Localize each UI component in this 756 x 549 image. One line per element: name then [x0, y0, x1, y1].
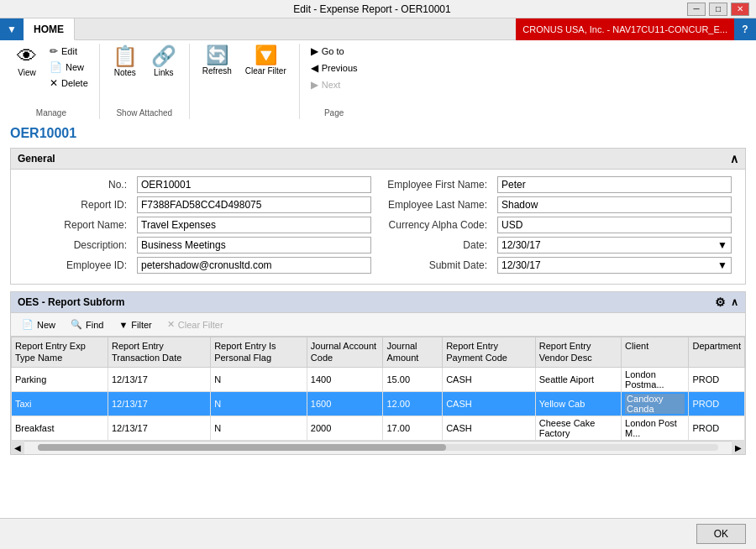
- first-name-label: Employee First Name:: [385, 179, 494, 191]
- subform-toolbar: 📄 New 🔍 Find ▼ Filter ✕ Clear Filter: [11, 313, 745, 337]
- col-vendor-desc: Report Entry Vendor Desc: [535, 337, 621, 368]
- subform-filter-icon: ▼: [118, 320, 128, 330]
- report-id-input[interactable]: [137, 196, 371, 213]
- employee-id-label: Employee ID:: [24, 259, 134, 271]
- actions-items: 🔄 Refresh 🔽 Clear Filter: [197, 44, 292, 90]
- window-title: Edit - Expense Report - OER10001: [57, 3, 687, 15]
- links-icon: 🔗: [151, 46, 176, 66]
- subform-header: OES - Report Subform ⚙ ∧: [11, 292, 745, 313]
- goto-button[interactable]: ▶ Go to: [307, 44, 362, 59]
- last-name-row: Employee Last Name:: [385, 196, 732, 213]
- general-section-body: No.: Report ID: Report Name: Description…: [11, 170, 745, 284]
- page-group-label: Page: [324, 108, 344, 118]
- manage-small-stack: ✏ Edit 📄 New ✕ Delete: [45, 44, 92, 102]
- subform-clear-filter-icon: ✕: [167, 319, 175, 330]
- general-section: General ∧ No.: Report ID:: [10, 148, 746, 285]
- currency-row: Currency Alpha Code:: [385, 217, 732, 233]
- app-menu-button[interactable]: ▼: [0, 18, 24, 40]
- help-button[interactable]: ?: [734, 18, 756, 40]
- date-select[interactable]: 12/30/17 ▼: [497, 237, 732, 254]
- scroll-left-button[interactable]: ◀: [11, 441, 24, 454]
- minimize-button[interactable]: ─: [687, 3, 706, 16]
- first-name-input[interactable]: [497, 176, 732, 193]
- horizontal-scrollbar[interactable]: ◀ ▶: [11, 441, 745, 454]
- currency-input[interactable]: [497, 217, 732, 233]
- tab-home[interactable]: HOME: [24, 18, 75, 40]
- subform-filter-button[interactable]: ▼ Filter: [114, 317, 155, 332]
- table-row[interactable]: Taxi12/13/17N160012.00CASHYellow CabCand…: [12, 391, 745, 416]
- submit-date-label: Submit Date:: [385, 259, 494, 271]
- view-icon: 👁: [17, 46, 37, 66]
- subform-new-icon: 📄: [22, 319, 34, 330]
- form-col-right: Employee First Name: Employee Last Name:…: [378, 176, 738, 277]
- submit-date-dropdown-icon: ▼: [717, 259, 727, 271]
- subform-table-head: Report Entry Exp Type Name Report Entry …: [12, 337, 745, 368]
- subform-header-row: Report Entry Exp Type Name Report Entry …: [12, 337, 745, 368]
- clear-filter-button[interactable]: 🔽 Clear Filter: [239, 44, 292, 78]
- description-input[interactable]: [137, 237, 371, 254]
- edit-button[interactable]: ✏ Edit: [45, 44, 92, 59]
- no-row: No.:: [24, 176, 371, 193]
- subform-clear-filter-button[interactable]: ✕ Clear Filter: [163, 316, 228, 332]
- subform-header-controls: ⚙ ∧: [715, 295, 738, 309]
- notes-button[interactable]: 📋 Notes: [107, 44, 144, 80]
- subform-new-button[interactable]: 📄 New: [18, 316, 60, 332]
- subform-find-button[interactable]: 🔍 Find: [66, 316, 108, 332]
- ribbon-content: 👁 View ✏ Edit 📄 New ✕ Delete Manage: [0, 40, 756, 119]
- notes-icon: 📋: [113, 46, 138, 66]
- ribbon-group-page: ▶ Go to ◀ Previous ▶ Next Page: [300, 44, 369, 119]
- no-input[interactable]: [137, 176, 371, 193]
- maximize-button[interactable]: □: [709, 3, 727, 16]
- main-content: OER10001 General ∧ No.: Report ID:: [0, 119, 756, 527]
- ok-button[interactable]: OK: [696, 524, 746, 544]
- table-row[interactable]: Parking12/13/17N140015.00CASHSeattle Aip…: [12, 367, 745, 391]
- last-name-input[interactable]: [497, 196, 732, 213]
- first-name-row: Employee First Name:: [385, 176, 732, 193]
- new-icon: 📄: [50, 61, 62, 73]
- next-button[interactable]: ▶ Next: [307, 77, 362, 92]
- subform-table-body: Parking12/13/17N140015.00CASHSeattle Aip…: [12, 367, 745, 440]
- report-id-row: Report ID:: [24, 196, 371, 213]
- delete-icon: ✕: [50, 77, 58, 89]
- scrollbar-thumb[interactable]: [38, 444, 446, 451]
- subform-table: Report Entry Exp Type Name Report Entry …: [11, 337, 745, 441]
- subform-section: OES - Report Subform ⚙ ∧ 📄 New 🔍 Find ▼ …: [10, 291, 746, 455]
- gear-icon[interactable]: ⚙: [715, 295, 726, 309]
- subform-table-area: Report Entry Exp Type Name Report Entry …: [11, 337, 745, 441]
- refresh-button[interactable]: 🔄 Refresh: [197, 44, 238, 78]
- date-label: Date:: [385, 239, 494, 251]
- col-account-code: Journal Account Code: [307, 337, 383, 368]
- submit-date-select[interactable]: 12/30/17 ▼: [497, 257, 732, 274]
- view-button[interactable]: 👁 View: [10, 44, 44, 80]
- col-payment-code: Report Entry Payment Code: [443, 337, 536, 368]
- section-collapse-button[interactable]: ∧: [730, 152, 738, 165]
- form-col-left: No.: Report ID: Report Name: Description…: [18, 176, 378, 277]
- goto-icon: ▶: [311, 45, 318, 57]
- submit-date-value: 12/30/17: [501, 259, 717, 271]
- delete-button[interactable]: ✕ Delete: [45, 76, 92, 91]
- no-label: No.:: [24, 179, 134, 191]
- last-name-label: Employee Last Name:: [385, 199, 494, 211]
- title-bar: Edit - Expense Report - OER10001 ─ □ ✕: [0, 0, 756, 18]
- employee-id-input[interactable]: [137, 257, 371, 274]
- ribbon-tabs: ▼ HOME CRONUS USA, Inc. - NAV17CU11-CONC…: [0, 18, 756, 40]
- scroll-right-button[interactable]: ▶: [732, 441, 745, 454]
- close-button[interactable]: ✕: [731, 3, 749, 16]
- table-row[interactable]: Breakfast12/13/17N200017.00CASHCheese Ca…: [12, 416, 745, 440]
- col-exp-type: Report Entry Exp Type Name: [12, 337, 108, 368]
- subform-collapse-button[interactable]: ∧: [731, 296, 738, 308]
- report-name-input[interactable]: [137, 217, 371, 233]
- date-dropdown-icon: ▼: [717, 239, 727, 251]
- col-trans-date: Report Entry Transaction Date: [108, 337, 210, 368]
- general-section-title: General: [18, 153, 55, 165]
- previous-button[interactable]: ◀ Previous: [307, 60, 362, 76]
- report-name-label: Report Name:: [24, 219, 134, 231]
- attached-items: 📋 Notes 🔗 Links: [107, 44, 182, 92]
- new-button[interactable]: 📄 New: [45, 60, 92, 75]
- scrollbar-track: [38, 444, 718, 451]
- links-button[interactable]: 🔗 Links: [145, 44, 182, 80]
- manage-items: 👁 View ✏ Edit 📄 New ✕ Delete: [10, 44, 92, 114]
- submit-date-row: Submit Date: 12/30/17 ▼: [385, 257, 732, 274]
- refresh-icon: 🔄: [206, 46, 228, 65]
- general-section-header: General ∧: [11, 149, 745, 170]
